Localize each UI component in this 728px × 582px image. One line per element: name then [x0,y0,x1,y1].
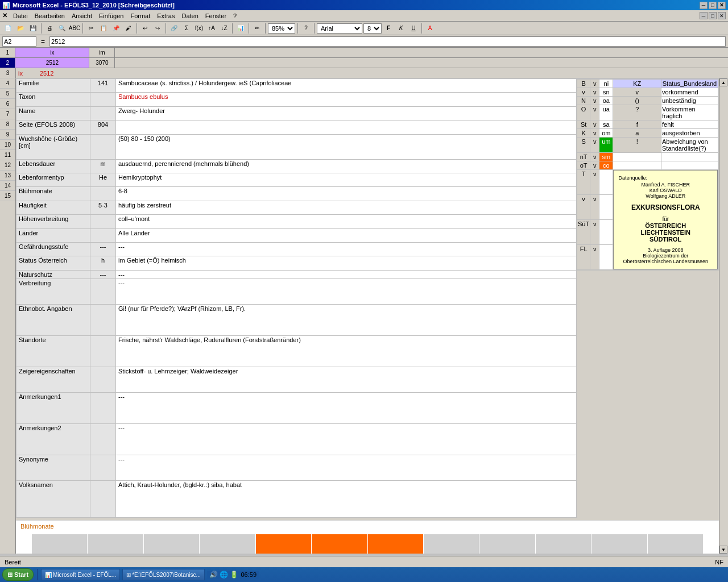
eco-v-nt: v [590,153,599,161]
italic-icon[interactable]: K [395,23,407,34]
name-box-row: 1 ix im [0,48,728,58]
bloom-month-9 [479,534,535,554]
window-title: Microsoft Excel - EFÖLS3_12_2010 [Schrei… [13,2,700,9]
taskbar-botanist[interactable]: ⊞ *E:\EFŐLS2007\Botanisc... [122,569,205,580]
menu-einfügen[interactable]: Einfügen [96,11,127,20]
book-authors: Manfred A. FISCHERKarl OSWALDWolfgang AD… [618,182,713,199]
menu-extras[interactable]: Extras [154,11,178,20]
eco-val-v2 [599,195,613,220]
eco-v-fl: v [590,245,599,270]
insert-link-icon[interactable]: 🔗 [168,23,180,34]
scroll-up-btn[interactable]: ▲ [719,78,727,86]
app-icon: ✕ [2,12,7,19]
häufigkeit-code: 5-3 [90,201,116,214]
plant-data-table: Familie 141 Sambucaceae (s. strictiss.) … [16,78,719,518]
start-button[interactable]: ⊞ Start [2,568,34,581]
name-label: Name [16,106,90,120]
eco-code-t: T [577,170,590,195]
menu-bearbeiten[interactable]: Bearbeiten [31,11,68,20]
row-num-3: 3 [0,68,16,78]
help-icon[interactable]: ? [300,23,312,34]
sort-asc-icon[interactable]: ↑A [206,23,217,34]
taskbar: ⊞ Start 📊 Microsoft Excel - EFŐL... ⊞ *E… [0,567,728,582]
menu-help[interactable]: ? [230,11,240,20]
eco-val-st: sa [599,120,613,129]
formula-input[interactable] [49,36,726,47]
menu-daten[interactable]: Daten [178,11,201,20]
drawing-icon[interactable]: ✏ [251,23,263,34]
anmerkungen2-value: --- [116,424,577,455]
eco-row-b: B v ni KZ Status_Bundesland [577,80,718,88]
spell-icon[interactable]: ABC [69,23,80,34]
copy-icon[interactable]: 📋 [98,23,109,34]
autosum-icon[interactable]: Σ [181,23,192,34]
kz-fraglich: Vorkommen fraglich [661,105,718,120]
close-button[interactable]: ✕ [718,2,726,9]
seite-label: Seite (EFOLS 2008) [16,120,90,134]
redo-icon[interactable]: ↪ [152,23,163,34]
zoom-select[interactable]: 85% [268,23,295,34]
taskbar-excel[interactable]: 📊 Microsoft Excel - EFŐL... [41,569,120,580]
gefährdungsstufe-label: Gefährdungsstufe [16,243,90,256]
scroll-down-btn[interactable]: ▼ [719,546,727,554]
synonyme-row: Synonyme --- [16,455,719,481]
eco-val-fl [599,245,613,270]
menu-fenster[interactable]: Fenster [202,11,230,20]
bold-icon[interactable]: F [383,23,394,34]
eco-row-s: S v um ! Abweichung von Standardliste(?) [577,138,718,153]
eco-code-k: K [577,129,590,138]
anmerkungen1-num [90,393,116,424]
eco-code-s: S [577,138,590,153]
sort-desc-icon[interactable]: ↓Z [218,23,230,34]
taskbar-excel-label: Microsoft Excel - EFŐL... [53,572,116,578]
naturschutz-row: Naturschutz --- --- [16,271,719,279]
ix-value[interactable]: 2512 [15,58,89,68]
vertical-scrollbar[interactable]: ▲ ▼ [719,78,728,554]
menu-format[interactable]: Format [127,11,154,20]
book-panel-cell: Datenquelle: Manfred A. FISCHERKarl OSWA… [613,170,718,270]
naturschutz-value: --- [116,271,577,279]
format-painter-icon[interactable]: 🖌 [123,23,134,34]
cut-icon[interactable]: ✂ [85,23,97,34]
volksnamen-num [90,481,116,518]
eco-code-nt: nT [577,153,590,161]
font-select[interactable]: Arial [317,23,362,34]
chart-icon[interactable]: 📊 [235,23,246,34]
undo-icon[interactable]: ↩ [139,23,151,34]
scroll-thumb[interactable] [719,86,728,546]
bloom-month-8 [424,534,479,554]
kz-vorkommend: vorkommend [661,88,718,97]
book-panel: Datenquelle: Manfred A. FISCHERKarl OSWA… [613,170,718,269]
save-icon[interactable]: 💾 [27,23,39,34]
cell-reference-box[interactable]: A2 [2,36,36,47]
eco-code-ot: oT [577,161,590,170]
open-icon[interactable]: 📂 [15,23,26,34]
taskbar-excel-icon: 📊 [45,572,52,578]
eco-val-k: om [599,129,613,138]
bloom-month-6 [312,534,367,554]
underline-icon[interactable]: U [408,23,419,34]
maximize-button[interactable]: □ [709,2,717,9]
window-controls[interactable]: ─ □ ✕ [700,2,726,9]
book-publisher: Biologiezentrum der Oberösterreichischen… [618,253,713,264]
volksnamen-value: Attich, Kraut-Holunder, (bgld-kr.:) siba… [116,481,577,518]
bloom-month-4 [200,534,255,554]
font-color-icon[interactable]: A [424,23,436,34]
zeiger-row: Zeigereigenschaften Stickstoff- u. Lehmz… [16,367,719,393]
window-close-btn[interactable]: ✕ [718,12,726,19]
eco-v-sut: v [590,220,599,245]
menu-ansicht[interactable]: Ansicht [68,11,96,20]
window-min-btn[interactable]: ─ [700,12,708,19]
paste-icon[interactable]: 📌 [110,23,122,34]
font-size-select[interactable]: 8 [363,23,382,34]
minimize-button[interactable]: ─ [700,2,708,9]
status-text: Bereit [5,559,21,566]
window-max-btn[interactable]: □ [709,12,717,19]
function-icon[interactable]: f(x) [193,23,205,34]
new-icon[interactable]: 📄 [2,23,14,34]
start-icon: ⊞ [7,571,13,579]
menu-datei[interactable]: Datei [10,11,31,20]
ethnobot-label: Ethnobot. Angaben [16,305,90,336]
print-preview-icon[interactable]: 🔍 [56,23,68,34]
print-icon[interactable]: 🖨 [44,23,55,34]
